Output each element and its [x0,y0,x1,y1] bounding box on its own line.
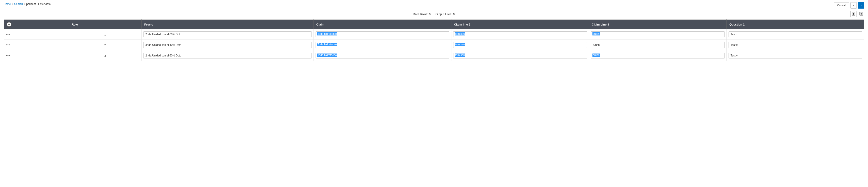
cell-claim[interactable]: Toda hidratacao [313,40,451,50]
import-button[interactable]: ⬇ [850,11,857,17]
cell-precio[interactable] [142,29,313,40]
claim3-input[interactable] [591,31,725,37]
summary-center: Data Rows: 3 Output Files: 9 [17,12,850,16]
dots-icon[interactable]: ••• [6,54,11,57]
precio-input[interactable] [143,31,311,37]
cell-claim3[interactable]: crush [589,29,726,40]
claim3-input[interactable] [591,53,725,59]
claim-input[interactable] [315,53,450,59]
dots-icon[interactable]: ••• [6,32,11,36]
svg-text:⬆: ⬆ [860,13,862,15]
col-header-q1: Question 1 [726,20,864,29]
row-menu-dots[interactable]: ••• [4,40,69,50]
data-rows-label: Data Rows: [413,12,428,16]
q1-input[interactable] [728,42,862,48]
q1-input[interactable] [728,53,862,59]
data-rows-value: 3 [429,12,431,16]
export-button[interactable]: ⬆ [858,11,864,17]
row-number: 2 [69,40,141,50]
row-number: 1 [69,29,141,40]
cell-claim3[interactable]: crush [589,50,726,61]
import-icon: ⬇ [852,12,855,16]
nav-prev-button[interactable]: ‹ [850,2,857,8]
breadcrumb-sep2: > [24,2,25,6]
claim2-input[interactable] [453,31,587,37]
svg-text:⬇: ⬇ [852,13,855,15]
data-table: + Row Precio Claim Claim line 2 Claim Li… [4,20,864,61]
cell-q1[interactable] [726,29,864,40]
precio-input[interactable] [143,42,311,48]
export-icon: ⬆ [860,12,863,16]
col-header-row: Row [69,20,141,29]
dots-icon[interactable]: ••• [6,43,11,47]
summary-row: Data Rows: 3 Output Files: 9 ⬇ [4,11,864,17]
col-header-claim3: Claim Line 3 [589,20,726,29]
claim-input[interactable] [315,42,450,48]
cancel-button[interactable]: Cancel [834,2,849,8]
col-header-claim2: Claim line 2 [451,20,589,29]
claim2-input[interactable] [453,53,587,59]
table-header-row: + Row Precio Claim Claim line 2 Claim Li… [4,20,864,29]
claim-input[interactable] [315,31,450,37]
breadcrumb-sep1: > [12,2,13,6]
table-row: •••3 Toda hidratacao tem seu crush [4,50,864,61]
breadcrumb-search[interactable]: Search [14,2,23,6]
cell-precio[interactable] [142,50,313,61]
output-files-value: 9 [453,12,455,16]
cell-claim2[interactable]: tem seu [451,29,589,40]
nav-next-button[interactable]: › [858,2,864,8]
cell-claim[interactable]: Toda hidratacao [313,50,451,61]
claim2-input[interactable] [453,42,587,48]
row-number: 3 [69,50,141,61]
cell-q1[interactable] [726,50,864,61]
col-header-precio: Precio [142,20,313,29]
breadcrumb: Home > Search > psd test - Enter data [4,2,51,6]
top-controls: Cancel ‹ › [834,2,864,8]
summary-icons: ⬇ ⬆ [850,11,864,17]
cell-claim3[interactable] [589,40,726,50]
precio-input[interactable] [143,53,311,59]
table-row: •••1 Toda hidratacao tem seu crush [4,29,864,40]
cell-claim2[interactable]: tem seu [451,50,589,61]
col-header-claim: Claim [313,20,451,29]
q1-input[interactable] [728,31,862,37]
row-menu-dots[interactable]: ••• [4,29,69,40]
breadcrumb-home[interactable]: Home [4,2,11,6]
table-row: •••2 Toda hidratacao tem seu [4,40,864,50]
output-files-label: Output Files: [436,12,452,16]
add-row-button[interactable]: + [6,22,11,27]
breadcrumb-current: psd test - Enter data [26,2,51,6]
col-header-add: + [4,20,69,29]
cell-precio[interactable] [142,40,313,50]
cell-claim[interactable]: Toda hidratacao [313,29,451,40]
claim3-input[interactable] [591,42,725,48]
cell-q1[interactable] [726,40,864,50]
row-menu-dots[interactable]: ••• [4,50,69,61]
cell-claim2[interactable]: tem seu [451,40,589,50]
